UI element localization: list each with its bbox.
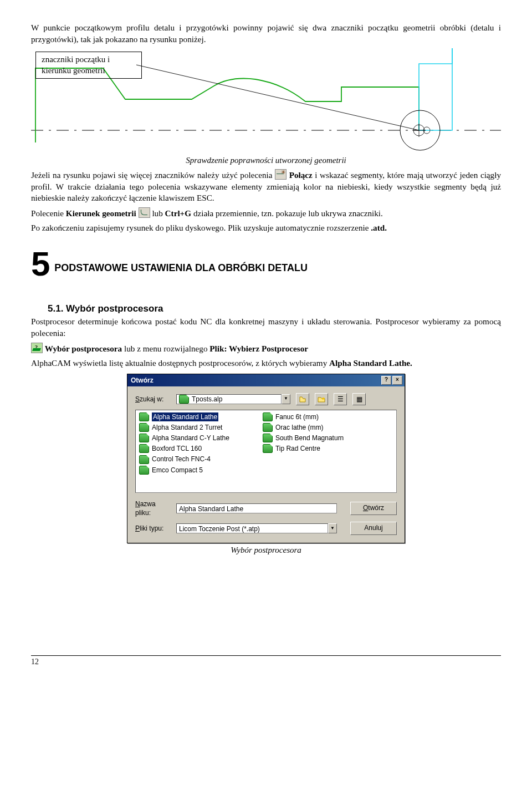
file-name: Fanuc 6t (mm) xyxy=(275,412,319,421)
file-icon xyxy=(263,444,273,453)
list-item[interactable]: Boxford TCL 160 xyxy=(139,444,229,453)
annotation-box: znaczniki początku i kierunku geometrii xyxy=(35,52,142,79)
p6c: Plik: Wybierz Postprocesor xyxy=(209,344,308,353)
file-icon xyxy=(139,466,149,475)
help-button[interactable]: ? xyxy=(381,376,391,385)
p3d-bold: Ctrl+G xyxy=(165,208,191,218)
direction-paragraph: Polecenie Kierunek geometrii lub Ctrl+G … xyxy=(31,207,501,220)
list-item[interactable]: Orac lathe (mm) xyxy=(263,423,344,432)
lookin-value: Tposts.alp xyxy=(192,394,222,404)
file-icon xyxy=(263,412,273,421)
chapter-title: PODSTAWOWE USTAWIENIA DLA OBRÓBKI DETALU xyxy=(54,262,308,273)
file-icon xyxy=(139,412,149,421)
filename-label: Nazwa pliku: xyxy=(135,500,173,517)
filetype-dropdown[interactable]: ▼ xyxy=(328,523,337,533)
list-item[interactable]: Alpha Standard C-Y Lathe xyxy=(139,434,229,442)
up-one-level-button[interactable] xyxy=(296,393,309,405)
lookin-dropdown[interactable]: ▼ xyxy=(282,394,290,404)
list-item[interactable]: Alpha Standard 2 Turret xyxy=(139,423,229,432)
filetype-combo[interactable]: Licom Toczenie Post (*.atp) xyxy=(176,523,328,533)
p3a: Polecenie xyxy=(31,208,66,218)
file-name: South Bend Magnaturn xyxy=(275,434,344,442)
postprocessor-icon xyxy=(31,343,43,353)
new-folder-button[interactable] xyxy=(315,393,328,405)
cancel-button[interactable]: Anuluj xyxy=(350,522,397,535)
subsection-5-1: 5.1. Wybór postprocesora xyxy=(48,303,501,315)
file-name: Alpha Standard 2 Turret xyxy=(152,423,222,432)
p5: Postprocesor determinuje końcowa postać … xyxy=(31,316,501,339)
close-button[interactable]: × xyxy=(392,376,402,385)
file-icon xyxy=(139,455,149,464)
p6b: lub z menu rozwijalnego xyxy=(122,344,209,353)
p2b-bold: Połącz xyxy=(289,170,313,180)
file-col-1: Alpha Standard Lathe Alpha Standard 2 Tu… xyxy=(139,412,229,490)
file-list[interactable]: Alpha Standard Lathe Alpha Standard 2 Tu… xyxy=(135,410,397,493)
lookin-label: Szukaj w: xyxy=(135,395,173,404)
list-item[interactable]: Fanuc 6t (mm) xyxy=(263,412,344,421)
open-button[interactable]: Otwórz xyxy=(350,502,397,515)
save-paragraph: Po zakończeniu zapisujemy rysunek do pli… xyxy=(31,222,501,234)
file-icon xyxy=(263,434,273,442)
file-icon xyxy=(139,434,149,442)
p7a: AlphaCAM wyświetla listę aktualnie dostę… xyxy=(31,358,329,368)
file-name: Boxford TCL 160 xyxy=(152,444,202,453)
intro-paragraph: W punkcie początkowym profilu detalu i p… xyxy=(31,22,501,45)
file-icon xyxy=(263,423,273,432)
file-name: Tip Rad Centre xyxy=(275,444,320,453)
page-footer: 12 xyxy=(31,655,501,668)
join-icon xyxy=(275,169,287,180)
filename-input[interactable]: Alpha Standard Lathe xyxy=(176,503,337,513)
list-item[interactable]: South Bend Magnaturn xyxy=(263,434,344,442)
p3c: lub xyxy=(152,208,165,218)
figure-caption-1: Sprawdzenie poprawności utworzonej geome… xyxy=(31,155,501,166)
p3e: działa przemiennie, tzn. pokazuje lub uk… xyxy=(191,208,383,218)
p4b: .atd. xyxy=(371,223,387,232)
file-icon xyxy=(139,423,149,432)
list-view-button[interactable]: ☰ xyxy=(334,393,347,405)
details-view-button[interactable]: ▦ xyxy=(352,393,366,405)
file-name: Control Tech FNC-4 xyxy=(152,455,211,463)
svg-line-1 xyxy=(136,65,419,130)
list-item[interactable]: Control Tech FNC-4 xyxy=(139,455,229,463)
postprocessor-cmd-paragraph: Wybór postprocesora lub z menu rozwijaln… xyxy=(31,343,501,355)
file-name: Alpha Standard C-Y Lathe xyxy=(152,434,229,442)
caption-1-text: Sprawdzenie poprawności utworzonej geome… xyxy=(186,156,346,165)
chapter-heading: 5 PODSTAWOWE USTAWIENIA DLA OBRÓBKI DETA… xyxy=(31,241,501,287)
p7: AlphaCAM wyświetla listę aktualnie dostę… xyxy=(31,358,501,369)
file-name: Alpha Standard Lathe xyxy=(152,412,218,421)
list-item[interactable]: Emco Compact 5 xyxy=(139,466,229,475)
list-item[interactable]: Alpha Standard Lathe xyxy=(139,412,229,421)
p3b-bold: Kierunek geometrii xyxy=(66,208,136,218)
figure-caption-2: Wybór postprocesora xyxy=(31,544,501,556)
list-item[interactable]: Tip Rad Centre xyxy=(263,444,344,453)
file-col-2: Fanuc 6t (mm) Orac lathe (mm) South Bend… xyxy=(263,412,344,490)
filetype-label: Pliki typu: xyxy=(135,524,173,533)
file-name: Emco Compact 5 xyxy=(152,466,203,475)
file-icon xyxy=(139,444,149,453)
chapter-number: 5 xyxy=(31,241,50,287)
p6a: Wybór postprocesora xyxy=(45,344,122,353)
page-number: 12 xyxy=(31,658,39,666)
dialog-title-text: Otwórz xyxy=(131,376,154,385)
join-paragraph: Jeżeli na rysunku pojawi się więcej znac… xyxy=(31,169,501,204)
p4a: Po zakończeniu zapisujemy rysunek do pli… xyxy=(31,223,369,232)
folder-icon xyxy=(179,395,189,404)
geometry-diagram: znaczniki początku i kierunku geometrii xyxy=(31,48,501,154)
file-name: Orac lathe (mm) xyxy=(275,423,324,432)
p2a: Jeżeli na rysunku pojawi się więcej znac… xyxy=(31,170,275,180)
p7b: Alpha Standard Lathe. xyxy=(329,358,412,368)
direction-icon xyxy=(139,207,150,218)
lookin-combo[interactable]: Tposts.alp xyxy=(176,394,282,404)
open-dialog: Otwórz ? × Szukaj w: Tposts.alp ▼ xyxy=(127,374,405,544)
dialog-titlebar: Otwórz ? × xyxy=(127,374,405,386)
